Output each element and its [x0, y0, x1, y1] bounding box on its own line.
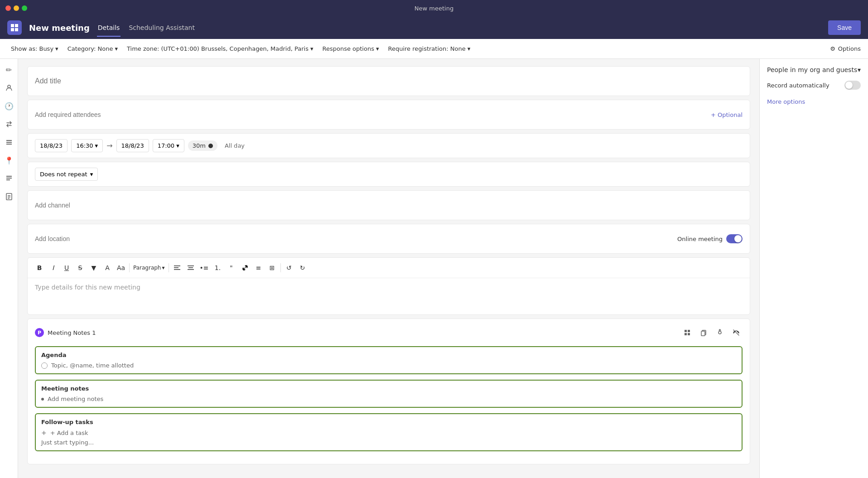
svg-rect-0 — [11, 24, 14, 27]
window-title: New meeting — [415, 5, 453, 12]
svg-rect-2 — [11, 28, 14, 31]
svg-rect-26 — [701, 331, 705, 336]
time-chevron: ▾ — [95, 142, 98, 149]
panel-chevron: ▾ — [858, 66, 861, 73]
underline-button[interactable]: U — [60, 261, 73, 274]
more-options-link[interactable]: More options — [767, 98, 805, 105]
svg-rect-7 — [6, 144, 12, 145]
registration-selector[interactable]: Require registration: None ▾ — [384, 43, 474, 54]
link-button[interactable] — [239, 261, 251, 274]
category-label: Category: None — [68, 45, 113, 52]
meeting-notes-card: Meeting notes Add meeting notes — [35, 380, 743, 408]
followup-card: Follow-up tasks + + Add a task Just star… — [35, 413, 743, 451]
record-toggle[interactable] — [844, 81, 861, 90]
gear-icon: ⚙ — [830, 45, 835, 52]
channel-icon[interactable] — [2, 135, 16, 150]
clock-icon[interactable]: 🕐 — [2, 99, 16, 113]
tab-details[interactable]: Details — [97, 21, 121, 34]
response-options-selector[interactable]: Response options ▾ — [318, 43, 382, 54]
bullet-list-button[interactable]: •≡ — [198, 261, 211, 274]
followup-title: Follow-up tasks — [41, 419, 736, 425]
repeat-select[interactable]: Does not repeat ▾ — [35, 168, 98, 181]
notes-title-row: P Meeting Notes 1 — [35, 328, 96, 337]
close-dot[interactable] — [5, 5, 11, 11]
svg-rect-1 — [15, 24, 18, 27]
channel-section — [27, 190, 750, 220]
location-input[interactable] — [35, 235, 672, 242]
svg-rect-14 — [8, 198, 10, 199]
start-date-input[interactable]: 18/8/23 — [35, 139, 68, 152]
font-color-button[interactable]: A — [101, 261, 114, 274]
highlight-button[interactable]: ▼ — [87, 261, 100, 274]
loop-icon: P — [35, 328, 44, 337]
align-left-button[interactable] — [171, 261, 183, 274]
repeat-icon-strip[interactable] — [2, 117, 16, 131]
app-icon — [7, 20, 22, 35]
maximize-dot[interactable] — [22, 5, 27, 11]
text-align-button[interactable]: ≡ — [252, 261, 265, 274]
panel-header[interactable]: People in my org and guests ▾ — [767, 66, 861, 73]
redo-button[interactable]: ↻ — [296, 261, 309, 274]
text-editor-icon[interactable] — [2, 171, 16, 186]
notes-share-button[interactable] — [714, 326, 726, 339]
location-section: Online meeting — [27, 224, 750, 254]
italic-button[interactable]: I — [47, 261, 59, 274]
agenda-title: Agenda — [41, 352, 736, 358]
meeting-notes-outer: P Meeting Notes 1 — [27, 319, 750, 464]
all-day-button[interactable]: All day — [225, 142, 245, 149]
notes-grid-button[interactable] — [681, 326, 694, 339]
add-task-item[interactable]: + + Add a task — [41, 429, 736, 436]
notes-copy-button[interactable] — [697, 326, 710, 339]
strikethrough-button[interactable]: S — [74, 261, 87, 274]
svg-point-27 — [719, 331, 721, 334]
options-button[interactable]: ⚙ Options — [830, 45, 861, 52]
datetime-section: 18/8/23 16:30 ▾ → 18/8/23 17:00 ▾ 30m Al… — [27, 133, 750, 158]
optional-link[interactable]: + Optional — [711, 111, 743, 118]
editor-toolbar: B I U S ▼ A Aa Paragraph ▾ •≡ — [28, 258, 750, 278]
tab-scheduling-assistant[interactable]: Scheduling Assistant — [128, 21, 196, 34]
attendees-icon[interactable] — [2, 81, 16, 95]
end-time-select[interactable]: 17:00 ▾ — [153, 139, 184, 152]
bold-button[interactable]: B — [33, 261, 46, 274]
title-input[interactable] — [35, 77, 743, 85]
minimize-dot[interactable] — [14, 5, 19, 11]
category-chevron: ▾ — [115, 45, 118, 52]
paragraph-select[interactable]: Paragraph ▾ — [131, 263, 167, 273]
record-row: Record automatically — [767, 81, 861, 90]
followup-sub: Just start typing... — [41, 439, 736, 446]
quote-button[interactable]: " — [225, 261, 238, 274]
agenda-item-text: Topic, @name, time allotted — [51, 362, 134, 369]
notes-title: Meeting Notes 1 — [48, 329, 96, 336]
titlebar: New meeting — [0, 0, 868, 16]
agenda-item-icon — [41, 362, 48, 369]
edit-icon[interactable]: ✏ — [2, 63, 16, 77]
save-button[interactable]: Save — [828, 20, 861, 35]
show-as-selector[interactable]: Show as: Busy ▾ — [7, 43, 62, 54]
meeting-notes-title: Meeting notes — [41, 385, 736, 392]
svg-rect-13 — [8, 197, 10, 198]
align-center-button[interactable] — [184, 261, 197, 274]
start-time-select[interactable]: 16:30 ▾ — [71, 139, 103, 152]
timezone-selector[interactable]: Time zone: (UTC+01:00) Brussels, Copenha… — [123, 43, 317, 54]
end-date-input[interactable]: 18/8/23 — [116, 139, 149, 152]
notes-hide-button[interactable] — [730, 326, 743, 339]
online-meeting-toggle[interactable] — [726, 234, 743, 243]
sep1 — [129, 263, 130, 272]
repeat-row: Does not repeat ▾ — [35, 168, 743, 181]
font-size-button[interactable]: Aa — [115, 261, 127, 274]
numbered-list-button[interactable]: 1. — [212, 261, 224, 274]
attendees-input[interactable] — [35, 111, 705, 118]
location-icon[interactable]: 📍 — [2, 153, 16, 168]
notes-header: P Meeting Notes 1 — [35, 326, 743, 339]
table-button[interactable]: ⊞ — [266, 261, 279, 274]
editor-body[interactable]: Type details for this new meeting — [28, 278, 750, 314]
svg-rect-24 — [688, 333, 690, 335]
notes-icon-strip[interactable] — [2, 189, 16, 204]
channel-input[interactable] — [35, 202, 743, 209]
attendees-section: + Optional — [27, 100, 750, 130]
undo-button[interactable]: ↺ — [283, 261, 295, 274]
datetime-row: 18/8/23 16:30 ▾ → 18/8/23 17:00 ▾ 30m Al… — [35, 139, 743, 152]
category-selector[interactable]: Category: None ▾ — [64, 43, 121, 54]
svg-rect-12 — [8, 195, 10, 196]
svg-rect-21 — [685, 330, 687, 332]
